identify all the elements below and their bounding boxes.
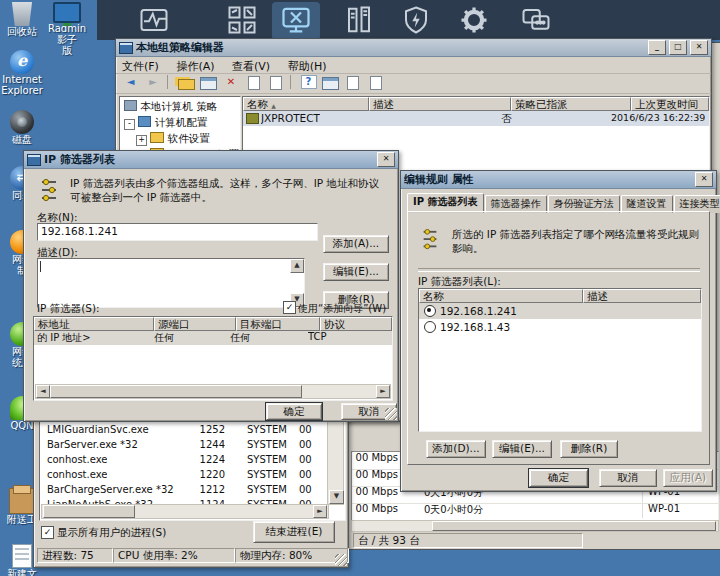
new-window-icon[interactable] xyxy=(322,75,339,90)
filter-list-name: 192.168.1.43 xyxy=(440,321,510,333)
filter-list-row-selected[interactable]: 192.168.1.241 xyxy=(419,303,701,319)
process-name: BarServer.exe *32 xyxy=(47,439,138,450)
column-header-desc[interactable]: 描述 xyxy=(369,97,511,111)
horizontal-scrollbar[interactable] xyxy=(351,520,719,532)
column-header-dest-address[interactable]: 标地址 xyxy=(34,317,154,331)
show-all-users-checkbox[interactable]: ✓ xyxy=(41,526,54,539)
process-user: SYSTEM xyxy=(247,439,287,450)
ok-button[interactable]: 确定 xyxy=(529,469,588,487)
process-row[interactable]: BarChargeServer.exe *32 1212 SYSTEM 00 xyxy=(40,484,345,499)
gear-icon[interactable] xyxy=(457,5,491,35)
column-header-modified[interactable]: 上次更改时间 xyxy=(631,97,709,111)
column-header-protocol[interactable]: 协议 xyxy=(320,317,392,331)
resize-grip[interactable] xyxy=(335,554,347,566)
console-tree-icon[interactable] xyxy=(200,75,217,90)
process-name: LMIGuardianSvc.exe xyxy=(47,424,149,435)
menu-file[interactable]: 文件(F) xyxy=(122,60,159,73)
radio-selected-icon[interactable] xyxy=(424,305,436,317)
filter-list-row[interactable]: 192.168.1.43 xyxy=(419,319,701,335)
properties-icon[interactable] xyxy=(245,75,262,90)
dialog-titlebar[interactable]: 编辑规则 属性 ✕ xyxy=(401,171,716,189)
cancel-button[interactable]: 取消 xyxy=(599,469,657,487)
scroll-up-icon[interactable]: ▲ xyxy=(290,259,304,273)
category-grid-icon[interactable] xyxy=(225,5,259,35)
description-textarea[interactable]: ▲ ▼ xyxy=(37,258,305,308)
add-button[interactable]: 添加(D)... xyxy=(426,440,486,458)
column-header-desc[interactable]: 描述 xyxy=(583,289,701,303)
column-header-name[interactable]: 名称 xyxy=(419,289,583,303)
minimize-button[interactable]: _ xyxy=(648,40,666,55)
filter-protocol: TCP xyxy=(308,331,327,342)
desktop-icon-internet-explorer[interactable]: e Internet Explorer xyxy=(0,50,44,96)
help-icon[interactable]: ? xyxy=(301,75,317,89)
process-user: SYSTEM xyxy=(247,424,287,435)
speed-value: 00 Mbps xyxy=(354,503,398,514)
scroll-right-icon[interactable]: ► xyxy=(376,385,390,398)
use-wizard-checkbox[interactable]: ✓ xyxy=(283,301,296,314)
scroll-left-icon[interactable]: ◄ xyxy=(36,385,50,398)
column-header-src-port[interactable]: 源端口 xyxy=(154,317,236,331)
desktop-icon-radmin[interactable]: Radmin影子 版 xyxy=(45,2,89,56)
apply-button[interactable]: 应用(A) xyxy=(663,469,713,487)
edit-button[interactable]: 编辑(E)... xyxy=(323,263,389,281)
tree-item-software-settings[interactable]: + 软件设置 xyxy=(136,132,210,146)
column-header-name[interactable]: 名称 ▲ xyxy=(243,97,369,111)
scroll-right-icon[interactable]: ► xyxy=(313,505,327,518)
desktop-icon-recycle-bin[interactable]: 回收站 xyxy=(0,2,44,37)
scrollbar-thumb[interactable] xyxy=(43,505,135,518)
end-process-button[interactable]: 结束进程(E) xyxy=(253,521,335,543)
tree-item-computer-config[interactable]: - 计算机配置 xyxy=(124,116,207,130)
scroll-down-icon[interactable]: ▼ xyxy=(329,490,344,504)
column-header-dest-port[interactable]: 目标端口 xyxy=(236,317,320,331)
name-input[interactable]: 192.168.1.241 xyxy=(37,223,318,241)
tab-ip-filter-list[interactable]: IP 筛选器列表 xyxy=(407,193,484,213)
export-list-icon[interactable] xyxy=(268,75,285,90)
forward-icon[interactable]: ► xyxy=(145,75,162,90)
close-button[interactable]: ✕ xyxy=(695,172,713,187)
radio-unselected-icon[interactable] xyxy=(424,321,436,333)
close-button[interactable]: ✕ xyxy=(377,152,395,167)
chat-bubbles-icon[interactable] xyxy=(519,5,553,35)
shield-lightning-icon[interactable] xyxy=(399,5,433,35)
scrollbar-thumb[interactable] xyxy=(50,385,302,398)
table-row[interactable]: 00 Mbps 0天0小时0分 WP-01 xyxy=(352,503,718,521)
menu-help[interactable]: 帮助(H) xyxy=(288,60,327,73)
process-row[interactable]: BarServer.exe *32 1244 SYSTEM 00 xyxy=(40,439,345,454)
up-folder-icon[interactable] xyxy=(178,75,195,90)
process-pid: 1252 xyxy=(195,424,225,435)
expand-icon[interactable]: + xyxy=(136,135,147,146)
screen-tools-icon-active[interactable] xyxy=(279,5,313,35)
editor-titlebar[interactable]: 本地组策略编辑器 _ □ ✕ xyxy=(116,39,711,57)
desktop-icon-disk[interactable]: 磁盘 xyxy=(0,110,44,145)
edit-rule-properties-dialog: 编辑规则 属性 ✕ IP 筛选器列表 筛选器操作 身份验证方法 隧道设置 连接类… xyxy=(400,170,717,492)
policy-row-jxprotect[interactable]: JXPROTECT 否 2016/6/23 16:22:39 xyxy=(243,111,709,126)
dialog-titlebar[interactable]: IP 筛选器列表 ✕ xyxy=(24,151,398,169)
delete-button[interactable]: 删除(R) xyxy=(560,440,618,458)
pulse-monitor-icon[interactable] xyxy=(137,5,171,35)
back-icon[interactable]: ◄ xyxy=(122,75,139,90)
ip-filters-table: 标地址 源端口 目标端口 协议 的 IP 地址> 任何 任何 TCP ◄ ► xyxy=(33,316,393,401)
scrollbar-thumb[interactable] xyxy=(432,521,716,531)
horizontal-scrollbar[interactable]: ► xyxy=(41,504,329,519)
policy-assign-icon[interactable] xyxy=(367,75,384,90)
horizontal-scrollbar[interactable]: ◄ ► xyxy=(35,384,391,399)
menu-action[interactable]: 操作(A) xyxy=(176,60,214,73)
resize-grip[interactable] xyxy=(385,408,397,420)
delete-icon[interactable]: ✕ xyxy=(223,75,240,90)
policy-assigned: 否 xyxy=(501,112,512,126)
ok-button[interactable]: 确定 xyxy=(266,403,322,420)
process-row[interactable]: conhost.exe 1224 SYSTEM 00 xyxy=(40,454,345,469)
edit-button[interactable]: 编辑(E)... xyxy=(492,440,552,458)
column-header-assigned[interactable]: 策略已指派 xyxy=(511,97,631,111)
process-row[interactable]: conhost.exe 1220 SYSTEM 00 xyxy=(40,469,345,484)
tree-item-root[interactable]: 本地计算机 策略 xyxy=(124,100,217,114)
collapse-icon[interactable]: - xyxy=(124,119,135,130)
menu-view[interactable]: 查看(V) xyxy=(232,60,270,73)
policy-paste-icon[interactable] xyxy=(345,75,362,90)
maximize-button[interactable]: □ xyxy=(669,40,687,55)
process-row[interactable]: LMIGuardianSvc.exe 1252 SYSTEM 00 xyxy=(40,424,345,439)
filter-row[interactable]: 的 IP 地址> 任何 任何 TCP xyxy=(34,331,392,345)
add-button[interactable]: 添加(A)... xyxy=(323,235,389,253)
server-rack-icon[interactable] xyxy=(342,5,376,35)
close-button[interactable]: ✕ xyxy=(690,40,708,55)
